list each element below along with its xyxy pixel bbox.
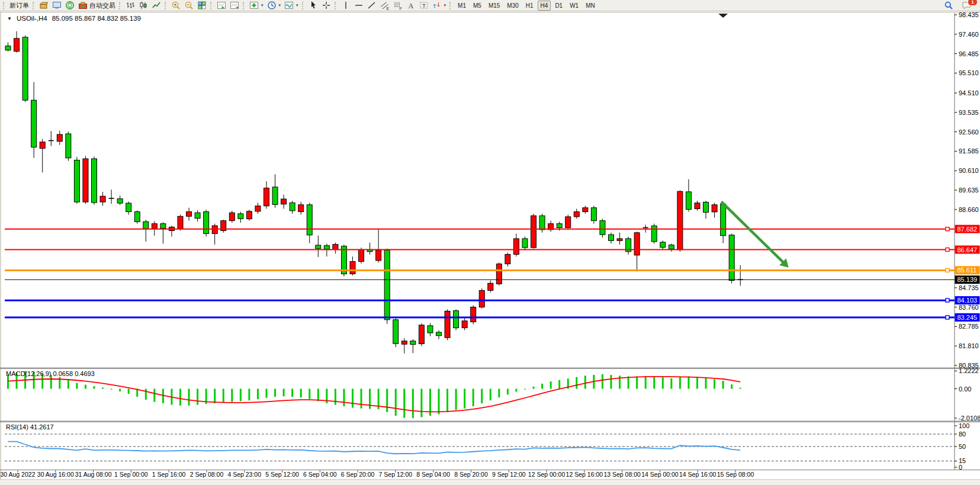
toolbar-right-icons: 1 (942, 1, 979, 11)
charts-cube-icon (39, 1, 49, 10)
svg-text:-2.0108: -2.0108 (959, 415, 980, 422)
arrows-button[interactable]: ▾ (430, 1, 448, 11)
templates-icon (284, 1, 294, 10)
timeframe-h1-button[interactable]: H1 (523, 1, 536, 11)
cursor-button[interactable] (307, 1, 320, 11)
timeframe-d1-button[interactable]: D1 (552, 1, 565, 11)
terminal-button[interactable] (50, 1, 63, 11)
svg-text:15 Sep 08:00: 15 Sep 08:00 (717, 471, 754, 478)
horizontal-line-icon (354, 1, 364, 10)
chart-title: ▼ USOil-,H4 85.095 85.867 84.832 85.139 (7, 15, 141, 22)
periods-icon (267, 1, 277, 10)
symbol-period-label: USOil-,H4 (17, 15, 47, 22)
chart-window[interactable]: 98.43597.46096.48595.51094.51093.53592.5… (0, 11, 980, 485)
svg-text:80: 80 (959, 431, 966, 438)
timeframe-w1-button[interactable]: W1 (567, 1, 581, 11)
autotrading-button[interactable]: 自动交易 (76, 1, 117, 11)
candlestick-chart-icon (139, 1, 148, 10)
chart-shift-button[interactable] (228, 1, 241, 11)
svg-text:5 Sep 12:00: 5 Sep 12:00 (265, 471, 299, 478)
text-label-icon: T (419, 1, 429, 10)
svg-text:82.785: 82.785 (959, 323, 979, 330)
new-order-button[interactable]: 新订单 (8, 1, 31, 11)
toolbar-grip (165, 2, 167, 9)
svg-text:1 Sep 00:00: 1 Sep 00:00 (114, 471, 148, 478)
collapse-triangle-icon[interactable]: ▼ (7, 16, 12, 21)
signal-button[interactable] (63, 1, 76, 11)
timeframe-m5-button[interactable]: M5 (470, 1, 484, 11)
indicators-button[interactable]: ▾ (248, 1, 265, 11)
zoom-in-button[interactable] (169, 1, 182, 11)
notification-badge: 1 (968, 0, 978, 6)
svg-text:30 Aug 16:00: 30 Aug 16:00 (37, 471, 74, 478)
timeframe-mn-button[interactable]: MN (583, 1, 598, 11)
toolbar-grip (119, 2, 121, 9)
text-label-button[interactable]: T (417, 1, 430, 11)
svg-text:A: A (408, 2, 413, 10)
svg-text:97.460: 97.460 (959, 31, 979, 38)
periods-button[interactable]: ▾ (265, 1, 283, 11)
rsi-indicator-label: RSI(14) 41.2617 (6, 423, 54, 431)
text-button[interactable]: A (404, 1, 417, 11)
chat-button[interactable]: 1 (960, 1, 974, 11)
chart-canvas[interactable]: 98.43597.46096.48595.51094.51093.53592.5… (0, 11, 980, 485)
trendline-button[interactable] (365, 1, 378, 11)
autotrading-label: 自动交易 (89, 1, 115, 10)
toolbar-grip (33, 2, 35, 9)
line-chart-button[interactable] (150, 1, 163, 11)
timeframe-m30-button[interactable]: M30 (504, 1, 521, 11)
svg-text:1.2222: 1.2222 (959, 367, 979, 374)
line-chart-icon (152, 1, 161, 10)
ohlc-readout: 85.095 85.867 84.832 85.139 (52, 15, 141, 22)
arrows-icon (432, 1, 442, 10)
crosshair-icon (322, 1, 331, 10)
charts-cube-button[interactable] (37, 1, 50, 11)
svg-text:31 Aug 08:00: 31 Aug 08:00 (75, 471, 112, 478)
svg-text:86.647: 86.647 (957, 246, 978, 253)
vertical-line-button[interactable] (339, 1, 352, 11)
svg-text:0.00: 0.00 (959, 386, 971, 393)
svg-text:T: T (422, 3, 426, 9)
horizontal-scrollbar[interactable] (0, 479, 980, 485)
timeframe-m1-button[interactable]: M1 (455, 1, 469, 11)
candlestick-chart-button[interactable] (137, 1, 150, 11)
timeframe-h4-button[interactable]: H4 (538, 1, 551, 11)
signal-icon (65, 1, 75, 10)
svg-text:9 Sep 12:00: 9 Sep 12:00 (492, 471, 526, 478)
templates-button[interactable]: ▾ (282, 1, 300, 11)
auto-scroll-button[interactable] (215, 1, 228, 11)
zoom-out-button[interactable] (182, 1, 195, 11)
toolbar-grip (302, 2, 304, 9)
horizontal-line-button[interactable] (352, 1, 365, 11)
crosshair-button[interactable] (320, 1, 333, 11)
svg-text:83.760: 83.760 (959, 304, 979, 311)
toolbar-grip (243, 2, 245, 9)
bar-chart-button[interactable] (124, 1, 137, 11)
svg-text:7 Sep 12:00: 7 Sep 12:00 (379, 471, 413, 478)
svg-text:87.682: 87.682 (957, 226, 978, 233)
cursor-icon (309, 1, 318, 10)
svg-text:84.735: 84.735 (959, 284, 979, 291)
bar-chart-icon (126, 1, 135, 10)
fibonacci-button[interactable]: F (391, 1, 404, 11)
svg-text:85.139: 85.139 (957, 276, 978, 283)
equidistant-channel-icon: E (380, 1, 390, 10)
timeframe-m15-button[interactable]: M15 (486, 1, 503, 11)
svg-text:12 Sep 16:00: 12 Sep 16:00 (566, 471, 603, 478)
svg-text:8 Sep 04:00: 8 Sep 04:00 (416, 471, 450, 478)
macd-indicator-label: MACD(12,26,9) 0.0658 0.4693 (6, 370, 95, 377)
fibonacci-icon: F (393, 1, 403, 10)
terminal-icon (52, 1, 62, 10)
auto-scroll-icon (217, 1, 226, 10)
equidistant-channel-button[interactable]: E (378, 1, 391, 11)
svg-text:E: E (386, 7, 389, 11)
tile-windows-button[interactable] (195, 1, 208, 11)
chart-shift-icon (230, 1, 239, 10)
search-icon (944, 1, 953, 10)
dropdown-caret-icon: ▾ (296, 3, 298, 8)
mt4-terminal-window: 新订单自动交易▾▾▾EFAT▾M1M5M15M30H1H4D1W1MN1 98.… (0, 0, 980, 485)
svg-text:30 Aug 2022: 30 Aug 2022 (1, 471, 36, 478)
search-button[interactable] (942, 1, 955, 11)
svg-text:13 Sep 08:00: 13 Sep 08:00 (603, 471, 641, 478)
svg-text:90.610: 90.610 (959, 167, 979, 174)
